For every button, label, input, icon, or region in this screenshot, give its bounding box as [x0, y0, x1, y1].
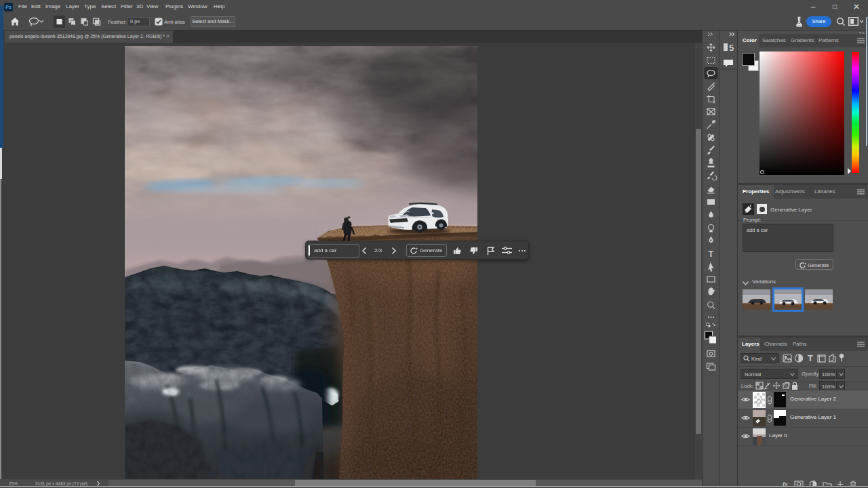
svg-text:T: T — [709, 249, 714, 259]
svg-text:T: T — [808, 353, 813, 363]
svg-text:5: 5 — [729, 43, 734, 53]
